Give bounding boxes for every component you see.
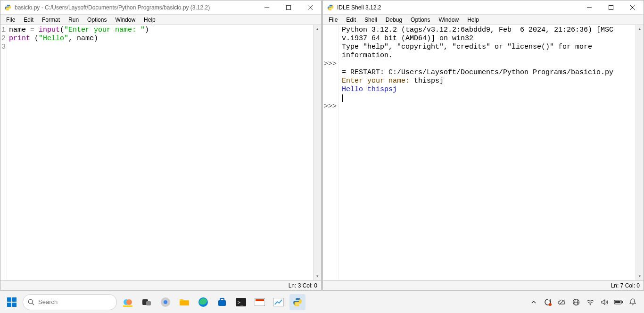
editor-titlebar[interactable]: basicio.py - C:/Users/Laysoft/Documents/… xyxy=(0,0,321,15)
svg-rect-11 xyxy=(12,303,17,307)
shell-prompt-gutter: >>> >>> xyxy=(323,25,339,280)
scroll-down-icon[interactable]: ▾ xyxy=(314,272,321,280)
taskbar-terminal[interactable]: >_ xyxy=(233,294,249,310)
svg-rect-24 xyxy=(220,298,224,301)
taskbar-search[interactable] xyxy=(23,294,117,310)
restart-line: = RESTART: C:/Users/Laysoft/Documents/Py… xyxy=(342,68,613,76)
taskbar-idle-running[interactable] xyxy=(289,294,305,310)
python-banner: Python 3.12.2 (tags/v3.12.2:6abddd9, Feb… xyxy=(342,26,618,42)
taskbar-app-1[interactable] xyxy=(252,294,268,310)
svg-rect-1 xyxy=(287,5,291,9)
shell-window: IDLE Shell 3.12.2 File Edit Shell Debug … xyxy=(322,0,644,290)
python-file-icon xyxy=(327,4,334,11)
menu-shell[interactable]: Shell xyxy=(361,16,381,24)
shell-title-text: IDLE Shell 3.12.2 xyxy=(337,4,578,11)
menu-window[interactable]: Window xyxy=(111,16,139,24)
shell-cursor-pos: Ln: 7 Col: 0 xyxy=(611,282,640,289)
tray-language-icon[interactable] xyxy=(571,297,581,307)
shell-titlebar[interactable]: IDLE Shell 3.12.2 xyxy=(323,0,644,15)
tray-wifi-icon[interactable] xyxy=(586,297,595,307)
svg-point-20 xyxy=(164,300,167,304)
user-input: thispsj xyxy=(414,77,444,85)
shell-body[interactable]: >>> >>> Python 3.12.2 (tags/v3.12.2:6abd… xyxy=(323,25,644,280)
menu-file[interactable]: File xyxy=(2,16,19,24)
scroll-up-icon[interactable]: ▴ xyxy=(636,25,644,33)
svg-rect-21 xyxy=(180,301,189,305)
svg-point-35 xyxy=(590,304,591,305)
editor-title-text: basicio.py - C:/Users/Laysoft/Documents/… xyxy=(15,4,256,11)
shell-output-area[interactable]: Python 3.12.2 (tags/v3.12.2:6abddd9, Feb… xyxy=(339,25,636,280)
svg-rect-9 xyxy=(12,297,17,302)
menu-help[interactable]: Help xyxy=(140,16,159,24)
taskbar-chrome[interactable] xyxy=(157,294,173,310)
system-tray[interactable] xyxy=(529,297,640,307)
tray-onedrive-icon[interactable] xyxy=(557,297,567,307)
shell-statusbar: Ln: 7 Col: 0 xyxy=(323,280,644,290)
windows-taskbar[interactable]: >_ xyxy=(0,290,644,313)
scroll-up-icon[interactable]: ▴ xyxy=(314,25,321,33)
shell-menubar: File Edit Shell Debug Options Window Hel… xyxy=(323,15,644,25)
editor-scrollbar[interactable]: ▴ ▾ xyxy=(313,25,321,280)
menu-help[interactable]: Help xyxy=(463,16,483,24)
close-button[interactable] xyxy=(299,0,321,14)
code-line-2[interactable]: print ("Hello", name) xyxy=(9,34,313,43)
svg-rect-16 xyxy=(123,305,132,307)
tray-notifications-icon[interactable] xyxy=(628,297,637,307)
svg-point-12 xyxy=(28,299,33,304)
tray-sync-icon[interactable] xyxy=(543,297,553,307)
python-banner-help: Type "help", "copyright", "credits" or "… xyxy=(342,43,596,59)
maximize-button[interactable] xyxy=(278,0,299,14)
svg-rect-18 xyxy=(146,301,151,305)
scroll-down-icon[interactable]: ▾ xyxy=(636,272,644,280)
tray-volume-icon[interactable] xyxy=(600,297,609,307)
svg-rect-28 xyxy=(256,299,264,301)
taskbar-app-2[interactable] xyxy=(271,294,287,310)
taskbar-store[interactable] xyxy=(214,294,230,310)
menu-edit[interactable]: Edit xyxy=(342,16,360,24)
menu-options[interactable]: Options xyxy=(83,16,110,24)
menu-options[interactable]: Options xyxy=(407,16,434,24)
taskbar-taskview[interactable] xyxy=(139,294,155,310)
taskbar-copilot[interactable] xyxy=(120,294,136,310)
taskbar-edge[interactable] xyxy=(195,294,211,310)
svg-text:>_: >_ xyxy=(238,300,244,305)
editor-statusbar: Ln: 3 Col: 0 xyxy=(0,280,321,290)
program-output: Hello thispsj xyxy=(342,85,397,93)
svg-rect-37 xyxy=(622,301,623,303)
svg-line-13 xyxy=(32,303,34,305)
close-button[interactable] xyxy=(622,0,644,14)
taskbar-explorer[interactable] xyxy=(176,294,192,310)
input-prompt-text: Enter your name: xyxy=(342,77,414,85)
menu-edit[interactable]: Edit xyxy=(20,16,37,24)
start-button[interactable] xyxy=(4,294,20,310)
svg-rect-5 xyxy=(609,5,613,9)
editor-window: basicio.py - C:/Users/Laysoft/Documents/… xyxy=(0,0,322,290)
tray-chevron-icon[interactable] xyxy=(529,297,538,307)
search-icon xyxy=(28,299,34,305)
menu-run[interactable]: Run xyxy=(65,16,83,24)
code-line-1[interactable]: name = input("Enter your name: ") xyxy=(9,26,313,34)
editor-body[interactable]: 123 name = input("Enter your name: ")pri… xyxy=(0,25,321,280)
editor-menubar: File Edit Format Run Options Window Help xyxy=(0,15,321,25)
menu-window[interactable]: Window xyxy=(435,16,462,24)
text-cursor xyxy=(342,94,343,102)
svg-rect-10 xyxy=(7,303,11,307)
menu-format[interactable]: Format xyxy=(38,16,64,24)
code-area[interactable]: name = input("Enter your name: ")print (… xyxy=(7,25,313,280)
search-input[interactable] xyxy=(38,298,117,305)
shell-scrollbar[interactable]: ▴ ▾ xyxy=(636,25,644,280)
editor-cursor-pos: Ln: 3 Col: 0 xyxy=(289,282,317,289)
line-number-gutter: 123 xyxy=(0,25,7,280)
svg-rect-8 xyxy=(7,297,11,302)
menu-file[interactable]: File xyxy=(325,16,341,24)
minimize-button[interactable] xyxy=(256,0,278,14)
minimize-button[interactable] xyxy=(578,0,600,14)
tray-battery-icon[interactable] xyxy=(614,297,623,307)
svg-point-15 xyxy=(126,299,132,305)
svg-rect-38 xyxy=(615,301,620,303)
svg-point-30 xyxy=(549,303,552,306)
menu-debug[interactable]: Debug xyxy=(382,16,406,24)
python-file-icon xyxy=(4,4,12,11)
maximize-button[interactable] xyxy=(600,0,622,14)
